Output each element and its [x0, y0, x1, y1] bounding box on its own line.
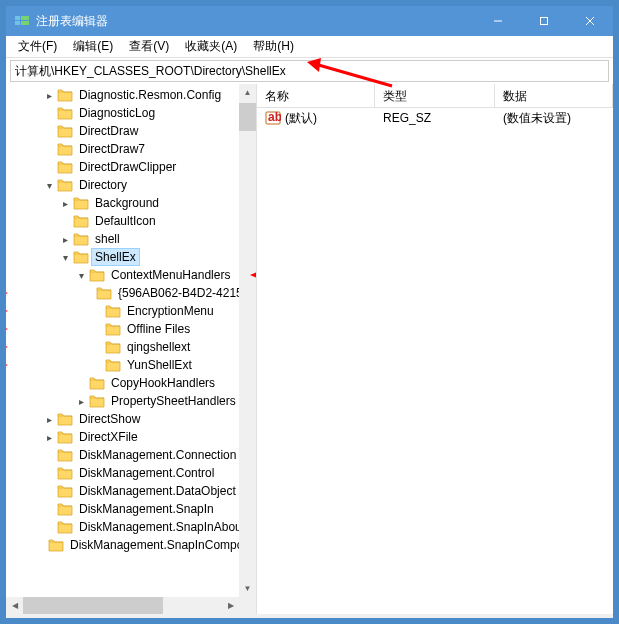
tree-scrollbar-vertical[interactable]: ▲ ▼ — [239, 84, 256, 597]
folder-icon — [57, 466, 73, 480]
folder-icon — [105, 340, 121, 354]
tree-node[interactable]: ▸DirectDrawClipper — [6, 158, 256, 176]
folder-icon — [73, 250, 89, 264]
registry-tree[interactable]: ▸Diagnostic.Resmon.Config▸DiagnosticLog▸… — [6, 84, 256, 556]
folder-icon — [105, 322, 121, 336]
tree-node-label: DiskManagement.DataObject — [79, 484, 236, 498]
tree-node[interactable]: ▸DirectDraw — [6, 122, 256, 140]
tree-node[interactable]: ▸DiskManagement.SnapInAbout — [6, 518, 256, 536]
tree-node-label: DiagnosticLog — [79, 106, 155, 120]
svg-rect-3 — [21, 21, 29, 25]
tree-node[interactable]: ▸shell — [6, 230, 256, 248]
tree-node[interactable]: ▸DiskManagement.SnapInComponent — [6, 536, 256, 554]
expand-icon[interactable]: ▸ — [58, 234, 72, 245]
tree-node-label: DirectDrawClipper — [79, 160, 176, 174]
maximize-button[interactable] — [521, 6, 567, 36]
titlebar[interactable]: 注册表编辑器 — [6, 6, 613, 36]
tree-node[interactable]: ▸EncryptionMenu — [6, 302, 256, 320]
folder-icon — [89, 268, 105, 282]
tree-node-label: DirectXFile — [79, 430, 138, 444]
tree-node[interactable]: ▸qingshellext — [6, 338, 256, 356]
folder-icon — [73, 214, 89, 228]
menu-edit[interactable]: 编辑(E) — [65, 36, 121, 57]
tree-node-label: Background — [95, 196, 159, 210]
folder-icon — [57, 124, 73, 138]
close-button[interactable] — [567, 6, 613, 36]
folder-icon — [105, 304, 121, 318]
column-data[interactable]: 数据 — [495, 84, 613, 107]
tree-node-label: CopyHookHandlers — [111, 376, 215, 390]
folder-icon — [57, 88, 73, 102]
column-type[interactable]: 类型 — [375, 84, 495, 107]
expand-icon[interactable]: ▸ — [58, 198, 72, 209]
tree-node[interactable]: ▸DirectXFile — [6, 428, 256, 446]
tree-node-label: Diagnostic.Resmon.Config — [79, 88, 221, 102]
tree-node[interactable]: ▸DiagnosticLog — [6, 104, 256, 122]
column-name[interactable]: 名称 — [257, 84, 375, 107]
svg-rect-0 — [15, 16, 20, 20]
string-value-icon: ab — [265, 110, 281, 126]
tree-node-label: YunShellExt — [127, 358, 192, 372]
value-type: REG_SZ — [375, 109, 495, 127]
expand-icon[interactable]: ▸ — [42, 90, 56, 101]
svg-marker-13 — [6, 288, 8, 298]
minimize-button[interactable] — [475, 6, 521, 36]
tree-node[interactable]: ▸DiskManagement.SnapIn — [6, 500, 256, 518]
folder-icon — [73, 232, 89, 246]
tree-node[interactable]: ▾Directory — [6, 176, 256, 194]
collapse-icon[interactable]: ▾ — [74, 270, 88, 281]
tree-node[interactable]: ▸DiskManagement.Control — [6, 464, 256, 482]
expand-icon[interactable]: ▸ — [42, 414, 56, 425]
folder-icon — [57, 448, 73, 462]
tree-node[interactable]: ▸DiskManagement.Connection — [6, 446, 256, 464]
folder-icon — [57, 178, 73, 192]
tree-scrollbar-horizontal[interactable]: ◀ ▶ — [6, 597, 239, 614]
address-bar[interactable]: 计算机\HKEY_CLASSES_ROOT\Directory\ShellEx — [10, 60, 609, 82]
folder-icon — [48, 538, 64, 552]
scroll-thumb-horizontal[interactable] — [23, 597, 163, 614]
folder-icon — [57, 484, 73, 498]
tree-node[interactable]: ▸Diagnostic.Resmon.Config — [6, 86, 256, 104]
tree-node[interactable]: ▸YunShellExt — [6, 356, 256, 374]
expand-icon[interactable]: ▸ — [42, 432, 56, 443]
tree-node[interactable]: ▸DiskManagement.DataObject — [6, 482, 256, 500]
list-row[interactable]: ab (默认) REG_SZ (数值未设置) — [257, 108, 613, 128]
folder-icon — [89, 376, 105, 390]
statusbar — [6, 614, 613, 618]
folder-icon — [105, 358, 121, 372]
tree-node-label: DiskManagement.Control — [79, 466, 214, 480]
menu-view[interactable]: 查看(V) — [121, 36, 177, 57]
tree-node[interactable]: ▸{596AB062-B4D2-4215-9F74-E9109B0A8153} — [6, 284, 256, 302]
tree-node[interactable]: ▸DefaultIcon — [6, 212, 256, 230]
menu-file[interactable]: 文件(F) — [10, 36, 65, 57]
scroll-thumb-vertical[interactable] — [239, 103, 256, 131]
tree-node-label: shell — [95, 232, 120, 246]
folder-icon — [57, 502, 73, 516]
collapse-icon[interactable]: ▾ — [42, 180, 56, 191]
menu-help[interactable]: 帮助(H) — [245, 36, 302, 57]
tree-node[interactable]: ▸DirectDraw7 — [6, 140, 256, 158]
scroll-left-button[interactable]: ◀ — [6, 597, 23, 614]
tree-node[interactable]: ▸Background — [6, 194, 256, 212]
svg-marker-9 — [307, 58, 321, 72]
collapse-icon[interactable]: ▾ — [58, 252, 72, 263]
value-name: (默认) — [285, 111, 317, 125]
registry-editor-window: 注册表编辑器 文件(F) 编辑(E) 查看(V) 收藏夹(A) 帮助(H) 计算… — [5, 5, 614, 619]
tree-node[interactable]: ▾ShellEx — [6, 248, 256, 266]
svg-text:ab: ab — [268, 110, 281, 124]
tree-node[interactable]: ▸PropertySheetHandlers — [6, 392, 256, 410]
tree-node[interactable]: ▾ContextMenuHandlers — [6, 266, 256, 284]
tree-node-label: DirectShow — [79, 412, 140, 426]
scroll-right-button[interactable]: ▶ — [222, 597, 239, 614]
tree-node[interactable]: ▸CopyHookHandlers — [6, 374, 256, 392]
tree-node[interactable]: ▸DirectShow — [6, 410, 256, 428]
tree-node[interactable]: ▸Offline Files — [6, 320, 256, 338]
scroll-up-button[interactable]: ▲ — [239, 84, 256, 101]
scroll-down-button[interactable]: ▼ — [239, 580, 256, 597]
menu-favorites[interactable]: 收藏夹(A) — [177, 36, 245, 57]
svg-rect-1 — [15, 21, 20, 25]
expand-icon[interactable]: ▸ — [74, 396, 88, 407]
tree-node-label: DefaultIcon — [95, 214, 156, 228]
svg-rect-5 — [541, 18, 548, 25]
tree-node-label: PropertySheetHandlers — [111, 394, 236, 408]
